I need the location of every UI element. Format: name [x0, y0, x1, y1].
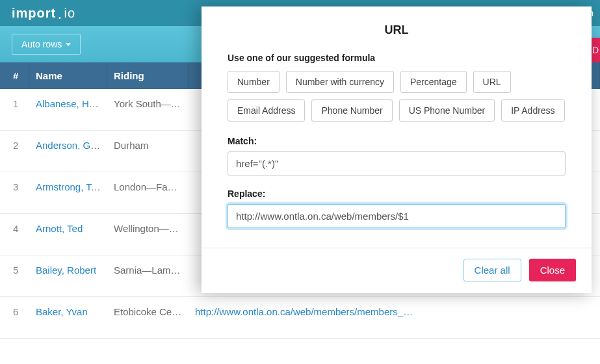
col-header-name[interactable]: Name [29, 62, 107, 89]
name-link[interactable]: Anderson, Gra… [36, 140, 107, 151]
replace-label: Replace: [228, 188, 566, 199]
url-link[interactable]: http://www.ontla.on.ca/web/members/membe… [195, 306, 413, 317]
formula-chip[interactable]: IP Address [501, 99, 564, 122]
formula-chip[interactable]: Number [228, 71, 280, 93]
name-link[interactable]: Armstrong, Ter… [36, 181, 107, 192]
col-header-number[interactable]: # [0, 62, 29, 89]
cell-riding: Sarnia—Lambton [107, 255, 189, 285]
modal-title: URL [202, 6, 592, 53]
cell-name: Arnott, Ted [29, 214, 107, 243]
row-number: 1 [0, 89, 29, 118]
cell-riding: Wellington—Ha… [107, 214, 189, 243]
formula-chip[interactable]: Phone Number [311, 99, 392, 122]
name-link[interactable]: Bailey, Robert [36, 265, 96, 276]
cell-riding: Etobicoke Cen… [107, 297, 189, 326]
formula-chip[interactable]: US Phone Number [399, 99, 495, 122]
logo-dot: . [57, 3, 62, 23]
download-button-partial[interactable]: D [591, 38, 600, 62]
cell-riding: London—Fansh… [107, 172, 189, 202]
cell-name: Bailey, Robert [29, 255, 107, 285]
name-link[interactable]: Baker, Yvan [36, 306, 88, 317]
clear-all-button[interactable]: Clear all [463, 259, 521, 281]
row-number: 4 [0, 214, 29, 243]
cell-name: Anderson, Gra… [29, 131, 107, 160]
suggested-formula-label: Use one of our suggested formula [228, 53, 566, 63]
replace-input[interactable] [228, 204, 566, 228]
formula-chip[interactable]: URL [473, 71, 511, 93]
match-label: Match: [228, 136, 566, 146]
table-row: 6Baker, YvanEtobicoke Cen…http://www.ont… [0, 297, 600, 339]
name-link[interactable]: Arnott, Ted [36, 223, 83, 234]
url-formula-modal: URL Use one of our suggested formula Num… [202, 6, 592, 293]
logo-text-import: import [12, 6, 56, 20]
cell-name: Baker, Yvan [29, 297, 107, 326]
match-input[interactable] [228, 151, 566, 176]
row-number: 5 [0, 255, 29, 285]
name-link[interactable]: Albanese, Hon … [36, 98, 107, 109]
caret-down-icon [66, 43, 71, 46]
row-number: 2 [0, 131, 29, 160]
cell-name: Armstrong, Ter… [29, 172, 107, 202]
formula-chip[interactable]: Number with currency [286, 71, 394, 93]
modal-footer: Clear all Close [202, 248, 592, 293]
logo-text-io: io [64, 6, 75, 20]
cell-riding: York South—W… [107, 89, 189, 118]
formula-chip[interactable]: Percentage [400, 71, 467, 93]
row-number: 3 [0, 172, 29, 202]
cell-name: Albanese, Hon … [29, 89, 107, 118]
row-number: 6 [0, 297, 29, 326]
cell-url: http://www.ontla.on.ca/web/members/membe… [189, 297, 600, 326]
formula-chip-group: NumberNumber with currencyPercentageURLE… [228, 71, 566, 122]
close-button[interactable]: Close [529, 259, 576, 281]
cell-riding: Durham [107, 131, 189, 160]
auto-rows-dropdown[interactable]: Auto rows [12, 34, 81, 55]
col-header-riding[interactable]: Riding [107, 62, 189, 89]
auto-rows-label: Auto rows [21, 39, 62, 49]
formula-chip[interactable]: Email Address [228, 99, 305, 122]
logo: import.io [12, 6, 75, 21]
